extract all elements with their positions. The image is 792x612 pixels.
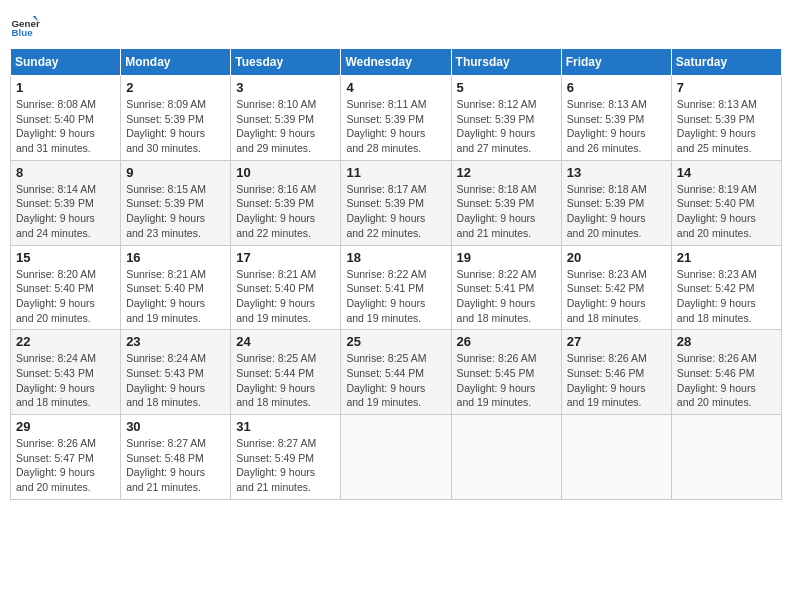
calendar-cell: 19Sunrise: 8:22 AMSunset: 5:41 PMDayligh… xyxy=(451,245,561,330)
day-info: Sunrise: 8:27 AMSunset: 5:49 PMDaylight:… xyxy=(236,436,335,495)
day-info: Sunrise: 8:23 AMSunset: 5:42 PMDaylight:… xyxy=(567,267,666,326)
day-header-tuesday: Tuesday xyxy=(231,49,341,76)
day-info: Sunrise: 8:12 AMSunset: 5:39 PMDaylight:… xyxy=(457,97,556,156)
day-number: 30 xyxy=(126,419,225,434)
logo-icon: General Blue xyxy=(10,10,40,40)
calendar-table: SundayMondayTuesdayWednesdayThursdayFrid… xyxy=(10,48,782,500)
calendar-cell: 3Sunrise: 8:10 AMSunset: 5:39 PMDaylight… xyxy=(231,76,341,161)
day-info: Sunrise: 8:09 AMSunset: 5:39 PMDaylight:… xyxy=(126,97,225,156)
calendar-body: 1Sunrise: 8:08 AMSunset: 5:40 PMDaylight… xyxy=(11,76,782,500)
calendar-cell: 23Sunrise: 8:24 AMSunset: 5:43 PMDayligh… xyxy=(121,330,231,415)
calendar-cell: 29Sunrise: 8:26 AMSunset: 5:47 PMDayligh… xyxy=(11,415,121,500)
day-number: 28 xyxy=(677,334,776,349)
calendar-cell xyxy=(671,415,781,500)
day-number: 6 xyxy=(567,80,666,95)
day-header-friday: Friday xyxy=(561,49,671,76)
calendar-cell: 7Sunrise: 8:13 AMSunset: 5:39 PMDaylight… xyxy=(671,76,781,161)
day-number: 22 xyxy=(16,334,115,349)
calendar-cell: 12Sunrise: 8:18 AMSunset: 5:39 PMDayligh… xyxy=(451,160,561,245)
day-info: Sunrise: 8:17 AMSunset: 5:39 PMDaylight:… xyxy=(346,182,445,241)
calendar-cell: 26Sunrise: 8:26 AMSunset: 5:45 PMDayligh… xyxy=(451,330,561,415)
day-info: Sunrise: 8:21 AMSunset: 5:40 PMDaylight:… xyxy=(236,267,335,326)
day-info: Sunrise: 8:18 AMSunset: 5:39 PMDaylight:… xyxy=(567,182,666,241)
day-info: Sunrise: 8:11 AMSunset: 5:39 PMDaylight:… xyxy=(346,97,445,156)
day-number: 4 xyxy=(346,80,445,95)
day-number: 10 xyxy=(236,165,335,180)
calendar-cell: 6Sunrise: 8:13 AMSunset: 5:39 PMDaylight… xyxy=(561,76,671,161)
calendar-week-1: 1Sunrise: 8:08 AMSunset: 5:40 PMDaylight… xyxy=(11,76,782,161)
calendar-cell: 24Sunrise: 8:25 AMSunset: 5:44 PMDayligh… xyxy=(231,330,341,415)
calendar-cell xyxy=(561,415,671,500)
day-number: 8 xyxy=(16,165,115,180)
day-number: 15 xyxy=(16,250,115,265)
svg-text:Blue: Blue xyxy=(12,27,34,38)
day-info: Sunrise: 8:26 AMSunset: 5:45 PMDaylight:… xyxy=(457,351,556,410)
day-info: Sunrise: 8:16 AMSunset: 5:39 PMDaylight:… xyxy=(236,182,335,241)
header: General Blue xyxy=(10,10,782,40)
calendar-cell: 10Sunrise: 8:16 AMSunset: 5:39 PMDayligh… xyxy=(231,160,341,245)
day-number: 29 xyxy=(16,419,115,434)
day-number: 7 xyxy=(677,80,776,95)
day-info: Sunrise: 8:27 AMSunset: 5:48 PMDaylight:… xyxy=(126,436,225,495)
day-info: Sunrise: 8:25 AMSunset: 5:44 PMDaylight:… xyxy=(346,351,445,410)
day-number: 23 xyxy=(126,334,225,349)
day-info: Sunrise: 8:15 AMSunset: 5:39 PMDaylight:… xyxy=(126,182,225,241)
day-info: Sunrise: 8:22 AMSunset: 5:41 PMDaylight:… xyxy=(346,267,445,326)
calendar-cell: 13Sunrise: 8:18 AMSunset: 5:39 PMDayligh… xyxy=(561,160,671,245)
day-info: Sunrise: 8:24 AMSunset: 5:43 PMDaylight:… xyxy=(126,351,225,410)
day-number: 24 xyxy=(236,334,335,349)
day-number: 25 xyxy=(346,334,445,349)
calendar-week-4: 22Sunrise: 8:24 AMSunset: 5:43 PMDayligh… xyxy=(11,330,782,415)
calendar-cell: 5Sunrise: 8:12 AMSunset: 5:39 PMDaylight… xyxy=(451,76,561,161)
day-info: Sunrise: 8:20 AMSunset: 5:40 PMDaylight:… xyxy=(16,267,115,326)
day-number: 20 xyxy=(567,250,666,265)
calendar-cell: 25Sunrise: 8:25 AMSunset: 5:44 PMDayligh… xyxy=(341,330,451,415)
day-number: 19 xyxy=(457,250,556,265)
day-info: Sunrise: 8:22 AMSunset: 5:41 PMDaylight:… xyxy=(457,267,556,326)
calendar-cell: 15Sunrise: 8:20 AMSunset: 5:40 PMDayligh… xyxy=(11,245,121,330)
day-number: 3 xyxy=(236,80,335,95)
calendar-cell: 8Sunrise: 8:14 AMSunset: 5:39 PMDaylight… xyxy=(11,160,121,245)
calendar-cell xyxy=(451,415,561,500)
day-info: Sunrise: 8:08 AMSunset: 5:40 PMDaylight:… xyxy=(16,97,115,156)
day-number: 31 xyxy=(236,419,335,434)
calendar-header-row: SundayMondayTuesdayWednesdayThursdayFrid… xyxy=(11,49,782,76)
day-info: Sunrise: 8:26 AMSunset: 5:46 PMDaylight:… xyxy=(567,351,666,410)
day-header-saturday: Saturday xyxy=(671,49,781,76)
day-info: Sunrise: 8:26 AMSunset: 5:46 PMDaylight:… xyxy=(677,351,776,410)
calendar-cell: 4Sunrise: 8:11 AMSunset: 5:39 PMDaylight… xyxy=(341,76,451,161)
calendar-cell: 31Sunrise: 8:27 AMSunset: 5:49 PMDayligh… xyxy=(231,415,341,500)
day-info: Sunrise: 8:13 AMSunset: 5:39 PMDaylight:… xyxy=(677,97,776,156)
day-header-monday: Monday xyxy=(121,49,231,76)
calendar-week-3: 15Sunrise: 8:20 AMSunset: 5:40 PMDayligh… xyxy=(11,245,782,330)
day-number: 18 xyxy=(346,250,445,265)
day-info: Sunrise: 8:13 AMSunset: 5:39 PMDaylight:… xyxy=(567,97,666,156)
calendar-cell xyxy=(341,415,451,500)
day-info: Sunrise: 8:18 AMSunset: 5:39 PMDaylight:… xyxy=(457,182,556,241)
day-info: Sunrise: 8:23 AMSunset: 5:42 PMDaylight:… xyxy=(677,267,776,326)
calendar-cell: 20Sunrise: 8:23 AMSunset: 5:42 PMDayligh… xyxy=(561,245,671,330)
day-number: 27 xyxy=(567,334,666,349)
calendar-cell: 11Sunrise: 8:17 AMSunset: 5:39 PMDayligh… xyxy=(341,160,451,245)
day-header-sunday: Sunday xyxy=(11,49,121,76)
calendar-week-5: 29Sunrise: 8:26 AMSunset: 5:47 PMDayligh… xyxy=(11,415,782,500)
calendar-cell: 28Sunrise: 8:26 AMSunset: 5:46 PMDayligh… xyxy=(671,330,781,415)
day-number: 5 xyxy=(457,80,556,95)
day-number: 16 xyxy=(126,250,225,265)
day-info: Sunrise: 8:10 AMSunset: 5:39 PMDaylight:… xyxy=(236,97,335,156)
day-header-thursday: Thursday xyxy=(451,49,561,76)
calendar-cell: 14Sunrise: 8:19 AMSunset: 5:40 PMDayligh… xyxy=(671,160,781,245)
calendar-cell: 22Sunrise: 8:24 AMSunset: 5:43 PMDayligh… xyxy=(11,330,121,415)
day-number: 21 xyxy=(677,250,776,265)
day-info: Sunrise: 8:14 AMSunset: 5:39 PMDaylight:… xyxy=(16,182,115,241)
calendar-cell: 2Sunrise: 8:09 AMSunset: 5:39 PMDaylight… xyxy=(121,76,231,161)
day-info: Sunrise: 8:24 AMSunset: 5:43 PMDaylight:… xyxy=(16,351,115,410)
calendar-cell: 9Sunrise: 8:15 AMSunset: 5:39 PMDaylight… xyxy=(121,160,231,245)
calendar-week-2: 8Sunrise: 8:14 AMSunset: 5:39 PMDaylight… xyxy=(11,160,782,245)
day-number: 2 xyxy=(126,80,225,95)
calendar-cell: 27Sunrise: 8:26 AMSunset: 5:46 PMDayligh… xyxy=(561,330,671,415)
day-number: 17 xyxy=(236,250,335,265)
day-number: 11 xyxy=(346,165,445,180)
day-number: 9 xyxy=(126,165,225,180)
day-number: 12 xyxy=(457,165,556,180)
